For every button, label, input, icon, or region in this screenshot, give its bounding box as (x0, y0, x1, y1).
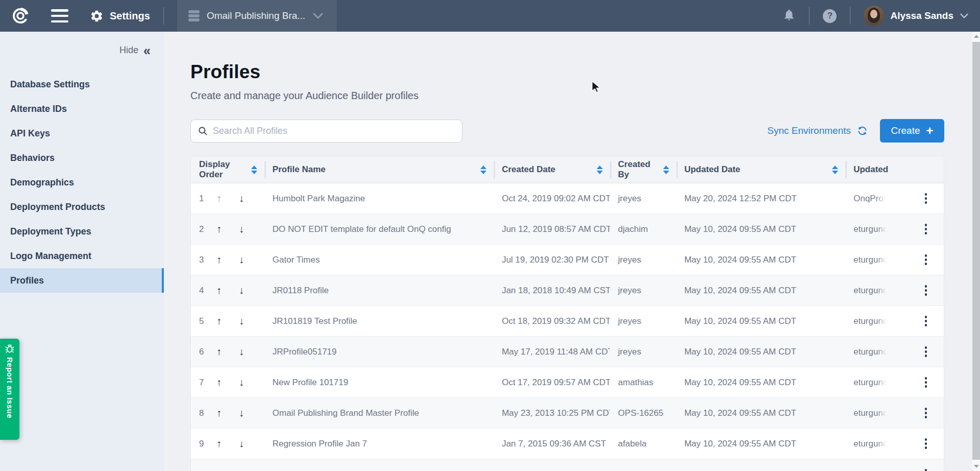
cell-created-date: May 23, 2013 10:25 PM CDT (494, 398, 610, 428)
sidebar-item-deployment-products[interactable]: Deployment Products (0, 195, 164, 219)
column-label: Created Date (502, 164, 555, 175)
cell-actions (907, 214, 944, 244)
table-row[interactable]: 8↑↓Omail Publishing Brand Master Profile… (191, 398, 944, 429)
move-up-button[interactable]: ↑ (210, 254, 233, 266)
sidebar-item-profiles[interactable]: Profiles (0, 268, 164, 293)
row-actions-kebab-icon[interactable] (917, 190, 935, 207)
move-down-button[interactable]: ↓ (233, 193, 255, 204)
hide-sidebar-button[interactable]: Hide « (0, 32, 164, 60)
sidebar-item-logo-management[interactable]: Logo Management (0, 244, 164, 268)
cell-actions (907, 367, 944, 397)
hamburger-menu-icon[interactable] (51, 9, 68, 22)
move-down-button[interactable]: ↓ (233, 315, 255, 327)
column-label: Display Order (199, 159, 246, 180)
column-header-created-by[interactable]: Created By (610, 156, 676, 183)
bell-icon (782, 8, 796, 22)
move-up-button[interactable]: ↑ (210, 438, 233, 450)
report-issue-tab[interactable]: Report an Issue (0, 339, 19, 440)
created-by-text: jreyes (618, 194, 641, 204)
column-header-display-order[interactable]: Display Order (191, 156, 264, 183)
create-button[interactable]: Create + (880, 119, 944, 143)
column-header-profile-name[interactable]: Profile Name (264, 156, 494, 183)
move-down-button[interactable]: ↓ (233, 376, 255, 388)
sidebar-item-demographics[interactable]: Demographics (0, 170, 164, 195)
cell-created-date: Jun 12, 2019 08:57 AM CDT (494, 214, 610, 244)
created-by-text: jreyes (618, 347, 641, 357)
table-row[interactable]: 1↑↓Humbolt Park MagazineOct 24, 2019 09:… (191, 183, 944, 214)
row-actions-kebab-icon[interactable] (917, 466, 935, 471)
sidebar-item-alternate-ids[interactable]: Alternate IDs (0, 97, 164, 121)
row-actions-kebab-icon[interactable] (917, 435, 935, 453)
move-up-button[interactable]: ↑ (210, 315, 233, 327)
row-actions-kebab-icon[interactable] (917, 374, 935, 391)
sort-icon[interactable] (597, 166, 603, 174)
sidebar-item-deployment-types[interactable]: Deployment Types (0, 219, 164, 244)
table-row[interactable]: 3↑↓Gator TimesJul 19, 2019 02:30 PM CDTj… (191, 245, 944, 275)
brand-selector-dropdown[interactable]: Omail Publishing Bra... (177, 0, 337, 32)
move-down-button[interactable]: ↓ (233, 468, 255, 471)
profile-name-text: JR0118 Profile (273, 286, 329, 296)
move-up-button[interactable]: ↑ (210, 223, 233, 235)
cell-profile-name: JR0118 Profile (264, 275, 494, 305)
cell-display-order: 4↑↓ (191, 275, 264, 305)
sidebar-item-api-keys[interactable]: API Keys (0, 121, 164, 146)
move-up-button[interactable]: ↑ (210, 346, 233, 358)
toolbar: Sync Environments Create + (190, 119, 944, 143)
notifications-button[interactable] (769, 8, 809, 24)
row-actions-kebab-icon[interactable] (917, 405, 935, 422)
sidebar-item-database-settings[interactable]: Database Settings (0, 72, 164, 97)
move-up-button[interactable]: ↑ (210, 285, 233, 296)
scrollbar-thumb[interactable] (972, 42, 980, 460)
help-button[interactable]: ? (810, 9, 850, 23)
vertical-scrollbar[interactable] (971, 32, 980, 471)
main-content: Profiles Create and manage your Audience… (164, 32, 971, 471)
move-up-button[interactable]: ↑ (210, 193, 233, 204)
sidebar-item-behaviors[interactable]: Behaviors (0, 146, 164, 170)
table-row[interactable]: 5↑↓JR101819 Test ProfileOct 18, 2019 09:… (191, 306, 944, 337)
sort-icon[interactable] (663, 166, 669, 174)
table-row[interactable]: 4↑↓JR0118 ProfileJan 18, 2018 10:49 AM C… (191, 275, 944, 306)
cell-updated-date: May 10, 2024 09:55 AM CDT (676, 398, 846, 428)
sync-environments-link[interactable]: Sync Environments (767, 125, 869, 136)
user-name: Alyssa Sands (890, 10, 953, 21)
move-up-button[interactable]: ↑ (210, 407, 233, 419)
move-up-button[interactable]: ↑ (210, 468, 233, 471)
updated-date-text: May 10, 2024 09:55 AM CDT (684, 378, 796, 388)
updated-date-text: May 20, 2024 12:52 PM CDT (684, 194, 797, 204)
updated-by-text: eturgunc (853, 316, 887, 326)
search-input[interactable] (213, 126, 455, 136)
row-actions-kebab-icon[interactable] (917, 313, 935, 330)
scrollbar-up-arrow[interactable] (972, 32, 980, 41)
row-actions-kebab-icon[interactable] (917, 221, 935, 238)
row-actions-kebab-icon[interactable] (917, 282, 935, 299)
cell-display-order: 8↑↓ (191, 398, 264, 428)
table-row[interactable]: 6↑↓JRProfile051719May 17, 2019 11:48 AM … (191, 337, 944, 367)
table-row[interactable]: 2↑↓DO NOT EDIT template for default OnQ … (191, 214, 944, 245)
cell-display-order: 1↑↓ (191, 183, 264, 214)
row-actions-kebab-icon[interactable] (917, 343, 935, 361)
move-down-button[interactable]: ↓ (233, 223, 255, 235)
sort-icon[interactable] (832, 166, 838, 174)
collapse-chevrons-icon: « (143, 46, 151, 55)
move-down-button[interactable]: ↓ (233, 254, 255, 266)
settings-nav[interactable]: Settings (90, 9, 150, 23)
table-row[interactable]: 7↑↓New Profile 101719Oct 17, 2019 09:57 … (191, 367, 944, 398)
cell-updated-by: eturgunc (845, 398, 907, 428)
user-menu[interactable]: Alyssa Sands (850, 6, 980, 26)
sort-icon[interactable] (480, 166, 486, 174)
omeda-logo[interactable] (9, 5, 32, 27)
row-actions-kebab-icon[interactable] (917, 251, 935, 269)
move-down-button[interactable]: ↓ (233, 438, 255, 450)
move-down-button[interactable]: ↓ (233, 285, 255, 296)
table-row[interactable]: 9↑↓Regression Profile Jan 7Jan 7, 2015 0… (191, 429, 944, 459)
column-header-created-date[interactable]: Created Date (494, 156, 610, 183)
sort-icon[interactable] (251, 166, 257, 174)
move-down-button[interactable]: ↓ (233, 407, 255, 419)
scrollbar-down-arrow[interactable] (972, 462, 980, 471)
move-down-button[interactable]: ↓ (233, 346, 255, 358)
created-date-text: Jul 19, 2019 02:30 PM CDT (502, 255, 609, 265)
table-row[interactable]: 10↑↓PIIS Park ClNov 12, 2019 11:03 AM CS… (191, 459, 944, 471)
profile-name-text: Omail Publishing Brand Master Profile (273, 408, 419, 418)
move-up-button[interactable]: ↑ (210, 376, 233, 388)
column-header-updated-date[interactable]: Updated Date (676, 156, 846, 183)
